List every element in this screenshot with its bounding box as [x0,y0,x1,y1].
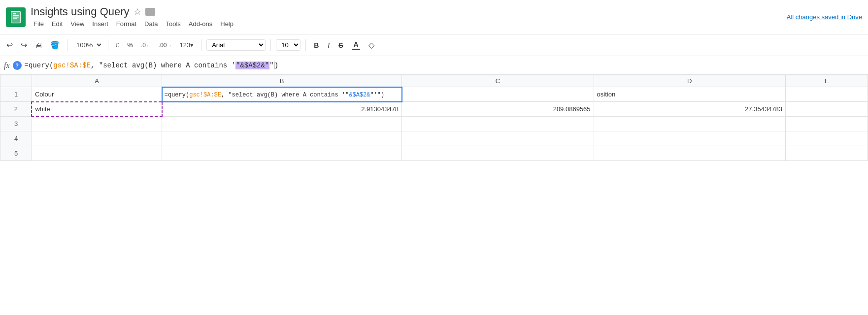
redo-button[interactable]: ↪ [18,39,30,51]
cell-b5[interactable] [162,146,402,161]
cell-c2-value: 209.0869565 [553,105,591,113]
decimal-more[interactable]: .00→ [156,40,174,50]
cell-d4[interactable] [594,131,785,146]
menu-view[interactable]: View [67,19,87,29]
col-header-a[interactable]: A [32,75,162,87]
formula-highlight: "&$A$2&" [235,62,269,69]
svg-rect-2 [13,15,19,16]
corner-header [0,75,32,87]
fill-color-button[interactable]: ◇ [366,39,377,51]
divider-1 [67,39,67,51]
formula-content: =query(gsc!$A:$E, "select avg(B) where A… [25,62,864,69]
cell-e4[interactable] [786,131,868,146]
table-row: 2 white 2.913043478 209.0869565 27.35434… [0,102,868,117]
font-color-bar [352,49,360,50]
divider-5 [305,39,306,51]
font-select[interactable]: Arial [206,39,266,51]
app-logo [6,7,26,27]
table-row: 5 [0,146,868,161]
row-header-5: 5 [0,146,32,161]
spreadsheet-table: A B C D E 1 Colour =query(gsc!$A:$E, "se… [0,75,868,161]
cell-c4[interactable] [402,131,594,146]
cell-b2-value: 2.913043478 [361,105,399,113]
title-area: Insights using Query ☆ File Edit View In… [31,5,236,29]
divider-4 [270,39,271,51]
menu-file[interactable]: File [31,19,47,29]
currency-symbol[interactable]: £ [113,40,122,50]
cell-d2[interactable]: 27.35434783 [594,102,785,117]
cell-c1[interactable] [402,87,594,102]
font-size-select[interactable]: 10 [276,39,300,51]
italic-button[interactable]: I [325,40,333,51]
cell-a2[interactable]: white [32,102,162,117]
document-title: Insights using Query ☆ [31,5,236,18]
strikethrough-button[interactable]: S [335,40,346,51]
cell-b3[interactable] [162,117,402,131]
font-color-button[interactable]: A [349,39,363,52]
percent-symbol[interactable]: % [125,40,135,50]
cell-a1[interactable]: Colour [32,87,162,102]
menu-data[interactable]: Data [141,19,161,29]
cell-a4[interactable] [32,131,162,146]
menu-edit[interactable]: Edit [49,19,66,29]
undo-button[interactable]: ↩ [4,39,15,51]
title-text: Insights using Query [31,5,130,18]
formula-bar: fx ? =query(gsc!$A:$E, "select avg(B) wh… [0,56,868,75]
zoom-select[interactable]: 100% [72,40,103,50]
table-row: 1 Colour =query(gsc!$A:$E, "select avg(B… [0,87,868,102]
cell-d5[interactable] [594,146,785,161]
cell-e3[interactable] [786,117,868,131]
number-format[interactable]: 123▾ [177,40,197,50]
toolbar: ↩ ↪ 🖨 🪣 100% £ % .0← .00→ 123▾ Arial 10 … [0,34,868,56]
app-header: Insights using Query ☆ File Edit View In… [0,0,868,34]
cell-c3[interactable] [402,117,594,131]
formula-help-button[interactable]: ? [13,61,22,70]
table-row: 4 [0,131,868,146]
menu-format[interactable]: Format [113,19,139,29]
menu-bar: File Edit View Insert Format Data Tools … [31,19,236,29]
cell-a2-value: white [35,105,50,113]
cell-a3[interactable] [32,117,162,131]
sheet-container: A B C D E 1 Colour =query(gsc!$A:$E, "se… [0,75,868,315]
cell-c2[interactable]: 209.0869565 [402,102,594,117]
col-header-e[interactable]: E [786,75,868,87]
folder-icon[interactable] [145,8,155,16]
star-icon[interactable]: ☆ [134,6,141,17]
decimal-less[interactable]: .0← [138,40,153,50]
row-header-2: 2 [0,102,32,117]
svg-rect-4 [13,18,17,19]
menu-insert[interactable]: Insert [89,19,111,29]
cell-e5[interactable] [786,146,868,161]
col-header-b[interactable]: B [162,75,402,87]
row-header-1: 1 [0,87,32,102]
table-row: 3 [0,117,868,131]
col-header-d[interactable]: D [594,75,785,87]
cell-a5[interactable] [32,146,162,161]
cell-d1[interactable]: osition [594,87,785,102]
paint-format-button[interactable]: 🪣 [48,39,62,51]
cell-b4[interactable] [162,131,402,146]
formula-cell-b1: =query(gsc!$A:$E, "select avg(B) where A… [165,92,385,98]
row-header-4: 4 [0,131,32,146]
column-headers-row: A B C D E [0,75,868,87]
row-header-3: 3 [0,117,32,131]
menu-tools[interactable]: Tools [163,19,183,29]
menu-addons[interactable]: Add-ons [186,19,215,29]
cell-b2[interactable]: 2.913043478 [162,102,402,117]
svg-rect-3 [13,16,19,17]
col-header-c[interactable]: C [402,75,594,87]
font-color-letter: A [354,40,359,48]
cell-d3[interactable] [594,117,785,131]
fx-icon: fx [4,61,10,70]
print-button[interactable]: 🖨 [33,39,45,51]
cell-b1[interactable]: =query(gsc!$A:$E, "select avg(B) where A… [162,87,402,102]
menu-help[interactable]: Help [217,19,236,29]
cell-e2[interactable] [786,102,868,117]
cell-d2-value: 27.35434783 [745,105,782,113]
bold-button[interactable]: B [311,40,322,51]
divider-3 [201,39,201,51]
cell-c5[interactable] [402,146,594,161]
cell-e1[interactable] [786,87,868,102]
svg-rect-5 [13,13,16,14]
divider-2 [108,39,108,51]
